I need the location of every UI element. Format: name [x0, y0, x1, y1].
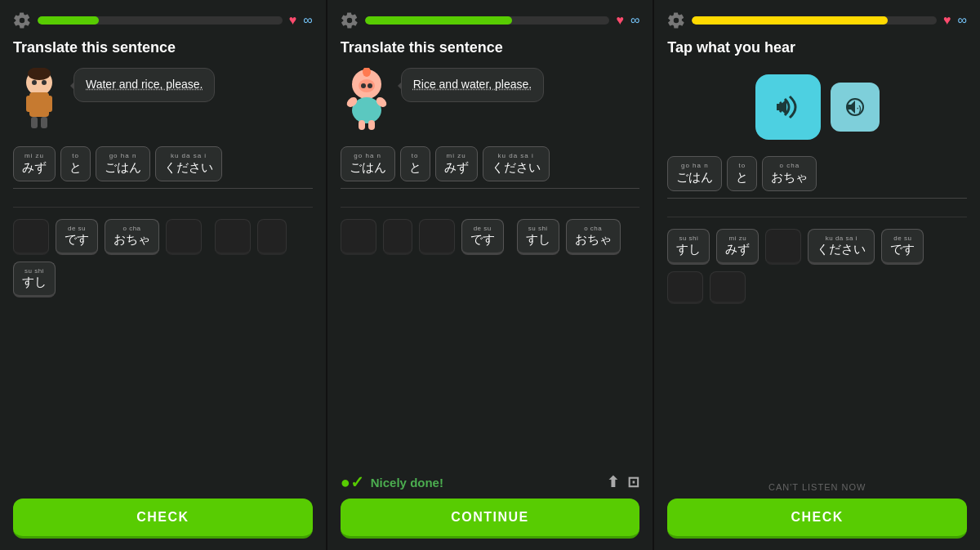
continue-button[interactable]: CONTINUE [341, 499, 640, 539]
play-audio-button[interactable] [755, 74, 821, 140]
svg-rect-7 [31, 117, 38, 128]
answer-chip-gohan-2[interactable]: go ha n ごはん [341, 146, 395, 181]
screen-title-1: Translate this sentence [13, 39, 313, 56]
infinity-icon-3: ∞ [958, 13, 967, 28]
cant-listen-label[interactable]: CAN'T LISTEN NOW [667, 482, 967, 492]
speech-bubble-2: Rice and water, please. [401, 68, 545, 102]
divider-2 [341, 207, 640, 208]
gear-icon-3[interactable] [667, 11, 685, 29]
answer-chip-mizu-2[interactable]: mi zu みず [435, 146, 478, 181]
character-area-1: Water and rice, please. [13, 68, 313, 133]
answer-chip-gohan[interactable]: go ha n ごはん [96, 146, 150, 181]
word-bank-empty-3c[interactable] [710, 271, 746, 304]
gear-icon-2[interactable] [341, 11, 359, 29]
progress-bar-fill-3 [692, 16, 888, 25]
check-button-1[interactable]: CHECK [13, 499, 313, 539]
share-icon[interactable]: ⬆ [607, 473, 619, 491]
progress-bar-fill-1 [38, 16, 99, 25]
heart-icon-3: ♥ [943, 13, 951, 28]
header-2: 3 IN A ROW ♥ ∞ [341, 11, 640, 29]
word-bank-desu-2[interactable]: de su です [461, 219, 504, 255]
slow-audio-button[interactable]: ·) [831, 83, 880, 132]
svg-point-2 [32, 80, 37, 85]
word-bank-empty-1c[interactable] [215, 219, 251, 255]
screen-1: ♥ ∞ Translate this sentence Water and ri… [0, 0, 327, 550]
word-bank-sushi[interactable]: su shi すし [13, 262, 56, 297]
word-bank-empty-2c[interactable] [419, 219, 455, 255]
infinity-icon-1: ∞ [303, 13, 312, 28]
word-bank-empty-1b[interactable] [166, 219, 202, 255]
word-bank-ocha[interactable]: o cha おちゃ [105, 219, 159, 255]
answer-area-3[interactable]: go ha n ごはん to と o cha おちゃ [667, 156, 967, 199]
answer-chip-gohan-3[interactable]: go ha n ごはん [667, 156, 722, 191]
header-1: ♥ ∞ [13, 11, 313, 29]
word-bank-1: de su です o cha おちゃ su shi すし [13, 219, 313, 297]
answer-area-1[interactable]: mi zu みず to と go ha n ごはん ku da sa i くださ… [13, 146, 313, 189]
word-bank-empty-1d[interactable] [257, 219, 287, 255]
progress-bar-bg-3 [692, 16, 937, 25]
screen-title-3: Tap what you hear [667, 39, 967, 56]
svg-rect-8 [41, 117, 47, 128]
divider-1 [13, 207, 313, 208]
speech-text-2: Rice and water, please. [413, 78, 532, 91]
gear-icon-1[interactable] [13, 11, 31, 29]
svg-rect-5 [26, 96, 33, 112]
svg-text:·): ·) [857, 105, 862, 113]
screen-2: 3 IN A ROW ♥ ∞ Translate this sentence [327, 0, 655, 550]
word-bank-3: su shi すし mi zu みず ku da sa i ください de su… [667, 229, 967, 304]
svg-marker-20 [777, 99, 786, 115]
word-bank-sushi-3[interactable]: su shi すし [667, 229, 710, 265]
screen-title-2: Translate this sentence [341, 39, 640, 56]
audio-buttons: ·) [667, 74, 967, 140]
answer-chip-kudasai[interactable]: ku da sa i ください [155, 146, 222, 181]
screens-container: ♥ ∞ Translate this sentence Water and ri… [0, 0, 980, 550]
word-bank-desu-3[interactable]: de su です [881, 229, 924, 265]
character-2 [341, 68, 393, 133]
svg-point-11 [361, 83, 366, 88]
word-bank-empty-2b[interactable] [383, 219, 412, 255]
speech-text-1: Water and rice, please. [86, 78, 203, 91]
screen-3: ♥ ∞ Tap what you hear ·) [654, 0, 980, 550]
svg-point-12 [368, 83, 372, 88]
heart-icon-2: ♥ [616, 13, 624, 28]
word-bank-empty-3b[interactable] [667, 271, 703, 304]
progress-bar-bg-1 [38, 16, 283, 25]
word-bank-empty-2a[interactable] [341, 219, 376, 255]
answer-chip-to-2[interactable]: to と [400, 146, 430, 181]
answer-area-2[interactable]: go ha n ごはん to と mi zu みず ku da sa i くださ… [341, 146, 640, 189]
word-bank-2: de su です su shi すし o cha おちゃ [341, 219, 640, 255]
svg-rect-6 [46, 96, 52, 112]
header-3: ♥ ∞ [667, 11, 967, 29]
svg-point-3 [42, 80, 47, 85]
word-bank-empty-3a[interactable] [765, 229, 801, 265]
word-bank-kudasai-3[interactable]: ku da sa i ください [808, 229, 875, 265]
check-circle-icon: ●✓ [341, 472, 364, 492]
answer-chip-ocha-3[interactable]: o cha おちゃ [762, 156, 817, 191]
word-bank-desu[interactable]: de su です [56, 219, 98, 255]
svg-rect-18 [368, 120, 375, 130]
answer-chip-to[interactable]: to と [60, 146, 91, 181]
status-text: Nicely done! [371, 476, 443, 490]
progress-bar-fill-2 [365, 16, 512, 25]
word-bank-empty-1a[interactable] [13, 219, 49, 255]
divider-3 [667, 217, 967, 217]
check-button-3[interactable]: CHECK [667, 499, 967, 539]
character-1 [13, 68, 65, 133]
word-bank-sushi-2[interactable]: su shi すし [517, 219, 559, 255]
progress-bar-bg-2: 3 IN A ROW [365, 16, 610, 25]
status-actions: ⬆ ⊡ [607, 473, 639, 491]
answer-chip-kudasai-2[interactable]: ku da sa i ください [483, 146, 550, 181]
answer-chip-mizu[interactable]: mi zu みず [13, 146, 56, 181]
bookmark-icon[interactable]: ⊡ [627, 473, 639, 491]
character-area-2: Rice and water, please. [341, 68, 640, 133]
speech-bubble-1: Water and rice, please. [74, 68, 215, 102]
infinity-icon-2: ∞ [630, 13, 639, 28]
heart-icon-1: ♥ [289, 13, 297, 28]
status-bar-2: ●✓ Nicely done! ⬆ ⊡ [341, 466, 640, 499]
word-bank-ocha-2[interactable]: o cha おちゃ [566, 219, 621, 255]
word-bank-mizu-3[interactable]: mi zu みず [716, 229, 759, 265]
svg-rect-17 [359, 120, 365, 130]
answer-chip-to-3[interactable]: to と [727, 156, 757, 191]
